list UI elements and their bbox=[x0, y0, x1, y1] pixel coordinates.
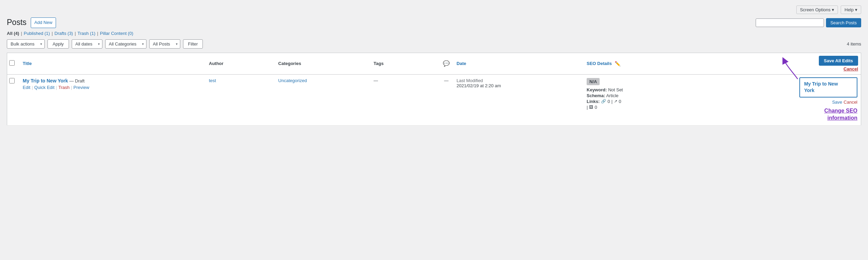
all-posts-wrap: All Posts ▾ bbox=[149, 39, 180, 49]
all-dates-select[interactable]: All dates bbox=[72, 39, 102, 49]
save-all-area: Save All Edits Cancel bbox=[699, 56, 858, 72]
image-icon: 🖼 bbox=[589, 105, 593, 109]
help-button[interactable]: Help ▾ bbox=[841, 5, 861, 14]
row-tags-cell: — bbox=[370, 74, 439, 125]
date-value: 2021/02/19 at 2:20 am bbox=[457, 83, 501, 88]
seo-badge: N/A bbox=[587, 78, 600, 85]
status-link-trash[interactable]: Trash (1) bbox=[78, 31, 95, 36]
all-posts-select[interactable]: All Posts bbox=[149, 39, 180, 49]
status-link-pillar-content[interactable]: Pillar Content (0) bbox=[100, 31, 134, 36]
col-categories-header: Categories bbox=[275, 53, 370, 74]
posts-table: Title Author Categories Tags 💬 Date SEO … bbox=[7, 53, 861, 126]
page-title-area: Posts Add New bbox=[7, 17, 56, 28]
seo-schema-line: Schema: Article bbox=[587, 93, 692, 98]
row-date-cell: Last Modified 2021/02/19 at 2:20 am bbox=[453, 74, 583, 125]
col-comments-header: 💬 bbox=[439, 53, 453, 74]
page-wrapper: Screen Options ▾ Help ▾ Posts Add New Se… bbox=[0, 0, 868, 260]
all-categories-select[interactable]: All Categories bbox=[105, 39, 146, 49]
seo-edit-icon-button[interactable]: ✏️ bbox=[614, 61, 621, 66]
inline-title-text: My Trip to New York bbox=[804, 81, 853, 94]
status-link-all[interactable]: All (4) bbox=[7, 31, 19, 36]
status-link-published[interactable]: Published (1) bbox=[24, 31, 50, 36]
tags-value: — bbox=[374, 78, 378, 83]
row-title-cell: My Trip to New York — Draft Edit | Quick… bbox=[19, 74, 206, 125]
row-actions: Edit | Quick Edit | Trash | Preview bbox=[23, 85, 202, 90]
all-dates-wrap: All dates ▾ bbox=[72, 39, 102, 49]
internal-links-count: 0 bbox=[607, 99, 610, 104]
quick-edit-link[interactable]: Quick Edit bbox=[34, 85, 54, 90]
search-area: Search Posts bbox=[756, 18, 861, 27]
row-seo-cell: N/A Keyword: Not Set Schema: Article Lin… bbox=[583, 74, 696, 125]
external-links-count: 0 bbox=[619, 99, 621, 104]
search-posts-button[interactable]: Search Posts bbox=[826, 18, 861, 27]
date-sort-link[interactable]: Date bbox=[457, 61, 466, 66]
filter-row: Bulk actions ▾ Apply All dates ▾ All Cat… bbox=[7, 39, 861, 49]
col-author-header: Author bbox=[206, 53, 275, 74]
inline-title-box: My Trip to New York bbox=[799, 77, 857, 98]
status-link-drafts[interactable]: Drafts (3) bbox=[55, 31, 73, 36]
cancel-all-link[interactable]: Cancel bbox=[843, 66, 858, 72]
title-sort-link[interactable]: Title bbox=[23, 61, 32, 66]
row-checkbox-cell bbox=[7, 74, 19, 125]
bulk-actions-wrap: Bulk actions ▾ bbox=[7, 39, 45, 49]
search-input[interactable] bbox=[756, 18, 824, 27]
status-links: All (4) | Published (1) | Drafts (3) | T… bbox=[7, 31, 861, 36]
table-row: My Trip to New York — Draft Edit | Quick… bbox=[7, 74, 861, 125]
row-categories-cell: Uncategorized bbox=[275, 74, 370, 125]
seo-col-header: SEO Details ✏️ bbox=[587, 61, 692, 66]
select-all-checkbox[interactable] bbox=[9, 60, 15, 66]
edit-link[interactable]: Edit bbox=[23, 85, 30, 90]
annotation-area: My Trip to New York Save Cancel bbox=[699, 77, 857, 122]
seo-links-line: Links: 🔗 0 | ↗ 0 bbox=[587, 99, 692, 104]
external-link-icon: ↗ bbox=[614, 99, 617, 104]
seo-keyword-line: Keyword: Not Set bbox=[587, 87, 692, 92]
filter-button[interactable]: Filter bbox=[183, 39, 203, 49]
change-seo-area: Change SEOinformation bbox=[699, 107, 857, 122]
chevron-down-icon: ▾ bbox=[855, 7, 857, 12]
table-header-row: Title Author Categories Tags 💬 Date SEO … bbox=[7, 53, 861, 74]
internal-link-icon: 🔗 bbox=[601, 99, 606, 104]
all-categories-wrap: All Categories ▾ bbox=[105, 39, 146, 49]
preview-link[interactable]: Preview bbox=[73, 85, 89, 90]
row-author-cell: test bbox=[206, 74, 275, 125]
items-count: 4 items bbox=[847, 41, 861, 47]
top-bar: Screen Options ▾ Help ▾ bbox=[7, 3, 861, 17]
row-comments-cell: — bbox=[439, 74, 453, 125]
col-tags-header: Tags bbox=[370, 53, 439, 74]
add-new-button[interactable]: Add New bbox=[31, 17, 56, 28]
chevron-down-icon: ▾ bbox=[832, 7, 834, 12]
col-date-header[interactable]: Date bbox=[453, 53, 583, 74]
images-count: 0 bbox=[594, 105, 597, 110]
row-actions-col: My Trip to New York Save Cancel bbox=[696, 74, 861, 125]
inline-edit-col: My Trip to New York Save Cancel bbox=[699, 77, 857, 105]
change-seo-label: Change SEOinformation bbox=[699, 107, 857, 122]
col-seo-header: SEO Details ✏️ bbox=[583, 53, 696, 74]
bulk-actions-select[interactable]: Bulk actions bbox=[7, 39, 45, 49]
author-link[interactable]: test bbox=[209, 78, 216, 83]
comments-value: — bbox=[444, 78, 449, 83]
table-body: My Trip to New York — Draft Edit | Quick… bbox=[7, 74, 861, 125]
seo-images-line: | 🖼 0 bbox=[587, 105, 692, 110]
draft-label: — Draft bbox=[69, 78, 85, 83]
help-label: Help bbox=[844, 7, 854, 12]
inline-cancel-link[interactable]: Cancel bbox=[844, 100, 857, 105]
inline-save-cancel: Save Cancel bbox=[832, 100, 857, 105]
screen-options-button[interactable]: Screen Options ▾ bbox=[796, 5, 838, 14]
save-all-edits-button[interactable]: Save All Edits bbox=[819, 56, 858, 66]
header-row: Posts Add New Search Posts bbox=[7, 17, 861, 28]
row-checkbox[interactable] bbox=[9, 78, 15, 83]
inline-save-link[interactable]: Save bbox=[832, 100, 842, 105]
col-actions-header: Save All Edits Cancel bbox=[696, 53, 861, 74]
post-title-link[interactable]: My Trip to New York bbox=[23, 78, 69, 83]
seo-details-link[interactable]: SEO Details bbox=[587, 61, 612, 66]
trash-link[interactable]: Trash bbox=[58, 85, 70, 90]
apply-button[interactable]: Apply bbox=[47, 39, 69, 49]
screen-options-label: Screen Options bbox=[800, 7, 831, 12]
page-title: Posts bbox=[7, 17, 27, 28]
comments-icon: 💬 bbox=[443, 61, 450, 66]
col-cb-header bbox=[7, 53, 19, 74]
category-link[interactable]: Uncategorized bbox=[278, 78, 307, 83]
date-label: Last Modified bbox=[457, 78, 483, 83]
col-title-header[interactable]: Title bbox=[19, 53, 206, 74]
table-header: Title Author Categories Tags 💬 Date SEO … bbox=[7, 53, 861, 74]
